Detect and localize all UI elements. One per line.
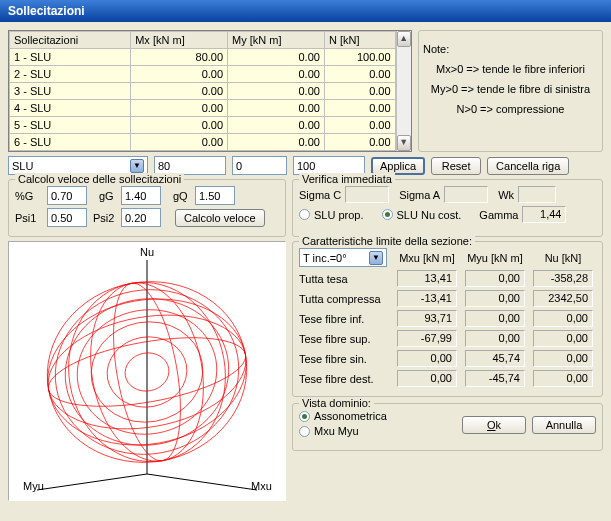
svg-line-1 <box>147 474 257 490</box>
limit-value: 0,00 <box>465 310 525 327</box>
my-input[interactable] <box>232 156 287 175</box>
delete-row-button[interactable]: Cancella riga <box>487 157 569 175</box>
limit-value: -13,41 <box>397 290 457 307</box>
limit-value: 93,71 <box>397 310 457 327</box>
limit-value: -67,99 <box>397 330 457 347</box>
psi2-input[interactable] <box>121 208 161 227</box>
column-header[interactable]: Sollecitazioni <box>10 32 131 49</box>
calc-group: Calcolo veloce delle sollecitazioni %G g… <box>8 179 286 237</box>
limit-value: 0,00 <box>465 270 525 287</box>
cancel-button[interactable]: Annulla <box>532 416 596 434</box>
column-header[interactable]: Mx [kN m] <box>131 32 228 49</box>
asso-radio[interactable]: Assonometrica <box>299 410 387 422</box>
gamma-value: 1,44 <box>522 206 566 223</box>
reset-button[interactable]: Reset <box>431 157 481 175</box>
slu-nu-radio[interactable]: SLU Nu cost. <box>382 209 462 221</box>
column-header[interactable]: My [kN m] <box>228 32 325 49</box>
limit-label: Tutta tesa <box>299 273 389 285</box>
axis-myu-label: Myu <box>23 480 44 492</box>
limit-value: 0,00 <box>533 330 593 347</box>
limit-label: Tutta compressa <box>299 293 389 305</box>
domain-chart: Nu Mxu Myu <box>8 241 286 501</box>
limit-label: Tese fibre sin. <box>299 353 389 365</box>
table-row[interactable]: 6 - SLU0.000.000.00 <box>10 134 396 151</box>
notes-label: Note: <box>423 43 598 55</box>
table-scrollbar[interactable]: ▲ ▼ <box>396 31 411 151</box>
column-header[interactable]: N [kN] <box>324 32 395 49</box>
chevron-down-icon[interactable]: ▼ <box>369 251 383 265</box>
calc-button[interactable]: Calcolo veloce <box>175 209 265 227</box>
mxumyu-radio[interactable]: Mxu Myu <box>299 425 359 437</box>
solicitations-table[interactable]: SollecitazioniMx [kN m]My [kN m]N [kN]1 … <box>8 30 412 152</box>
chevron-down-icon[interactable]: ▼ <box>130 159 144 173</box>
tinc-combo[interactable]: T inc.=0°▼ <box>299 248 387 267</box>
table-row[interactable]: 2 - SLU0.000.000.00 <box>10 66 396 83</box>
scroll-up-icon[interactable]: ▲ <box>397 31 411 47</box>
wk-value <box>518 186 556 203</box>
limit-value: 13,41 <box>397 270 457 287</box>
slu-prop-radio[interactable]: SLU prop. <box>299 209 364 221</box>
limits-group: Caratteristiche limite della sezione: T … <box>292 241 603 397</box>
gQ-input[interactable] <box>195 186 235 205</box>
limit-value: 0,00 <box>397 370 457 387</box>
limit-value: 45,74 <box>465 350 525 367</box>
limit-label: Tese fibre sup. <box>299 333 389 345</box>
scroll-down-icon[interactable]: ▼ <box>397 135 411 151</box>
limit-value: 0,00 <box>465 330 525 347</box>
limit-value: -358,28 <box>533 270 593 287</box>
verify-group: Verifica immediata Sigma C Sigma A Wk SL… <box>292 179 603 237</box>
apply-button[interactable]: Applica <box>371 157 425 175</box>
psi1-input[interactable] <box>47 208 87 227</box>
limit-label: Tese fibre dest. <box>299 373 389 385</box>
table-row[interactable]: 5 - SLU0.000.000.00 <box>10 117 396 134</box>
vista-group: Vista dominio: Assonometrica Mxu Myu Ok … <box>292 403 603 451</box>
limit-value: 2342,50 <box>533 290 593 307</box>
table-row[interactable]: 3 - SLU0.000.000.00 <box>10 83 396 100</box>
table-row[interactable]: 4 - SLU0.000.000.00 <box>10 100 396 117</box>
table-row[interactable]: 1 - SLU80.000.00100.00 <box>10 49 396 66</box>
sigmaA-value <box>444 186 488 203</box>
gG-input[interactable] <box>121 186 161 205</box>
axis-mxu-label: Mxu <box>251 480 272 492</box>
limit-value: 0,00 <box>533 350 593 367</box>
pcG-input[interactable] <box>47 186 87 205</box>
ok-button[interactable]: Ok <box>462 416 526 434</box>
limit-value: 0,00 <box>533 310 593 327</box>
limit-label: Tese fibre inf. <box>299 313 389 325</box>
notes-panel: Note: Mx>0 => tende le fibre inferiori M… <box>418 30 603 152</box>
limit-value: 0,00 <box>533 370 593 387</box>
svg-line-2 <box>37 474 147 490</box>
sigmaC-value <box>345 186 389 203</box>
limit-value: -45,74 <box>465 370 525 387</box>
limit-value: 0,00 <box>397 350 457 367</box>
title-bar: Sollecitazioni <box>0 0 611 22</box>
limit-value: 0,00 <box>465 290 525 307</box>
axis-nu-label: Nu <box>140 246 154 258</box>
